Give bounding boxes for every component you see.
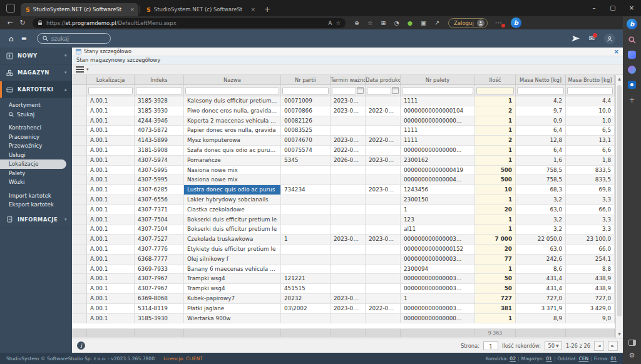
- cell-ilosc[interactable]: 727: [475, 294, 516, 304]
- filter-input-data_produkcji[interactable]: [367, 87, 391, 94]
- cell-nazwa[interactable]: Ciastka czekoladowe: [184, 205, 281, 215]
- column-header-termin_waznosci[interactable]: Termin ważności: [331, 75, 366, 85]
- cell-data_produkcji[interactable]: [366, 116, 401, 126]
- drop-icon[interactable]: [628, 51, 636, 59]
- sidebar-item-lokalizacje[interactable]: Lokalizacje: [0, 159, 66, 169]
- cell-lokalizacja[interactable]: A.00.1: [87, 284, 135, 294]
- cell-nr_partii[interactable]: 00075574: [281, 146, 331, 156]
- cell-ilosc[interactable]: 1: [475, 96, 516, 106]
- cell-masa_brutto[interactable]: 4,4: [566, 96, 615, 106]
- status-value[interactable]: 02: [510, 356, 516, 361]
- login-button[interactable]: Zaloguj: [448, 18, 488, 28]
- next-page-button[interactable]: ►: [608, 341, 618, 351]
- cell-indeks[interactable]: 3185-3930: [135, 314, 184, 324]
- cell-nr_partii[interactable]: 20232: [281, 294, 331, 304]
- home-icon[interactable]: ⌂: [9, 34, 14, 43]
- sidebar-item-przewoźnicy[interactable]: Przewoźnicy: [0, 141, 72, 151]
- info-icon[interactable]: i: [77, 341, 85, 350]
- cell-data_produkcji[interactable]: 2022-09-06: [366, 304, 401, 314]
- cell-ilosc[interactable]: 7 000: [475, 235, 516, 245]
- sidebar-item-import-kartotek[interactable]: Import kartotek: [0, 191, 72, 201]
- office-icon[interactable]: [628, 81, 636, 89]
- table-row[interactable]: A.00.13185-3928Kalesony duis efficitur p…: [72, 96, 615, 106]
- cell-nr_palety[interactable]: 1111: [401, 126, 475, 136]
- cell-ilosc[interactable]: 20: [475, 245, 516, 255]
- minimize-button[interactable]: –: [585, 0, 603, 16]
- cell-termin_waznosci[interactable]: 2023-07-30: [331, 294, 366, 304]
- table-row[interactable]: A.00.14143-5899Mysz komputerowa000746702…: [72, 136, 615, 146]
- cell-nr_palety[interactable]: 2300150: [401, 195, 475, 205]
- cell-nr_partii[interactable]: 00082126: [281, 116, 331, 126]
- cell-ilosc[interactable]: 500: [475, 166, 516, 176]
- cell-nr_palety[interactable]: 1111: [401, 96, 475, 106]
- cell-nr_partii[interactable]: 734234: [281, 185, 331, 195]
- mail-icon[interactable]: ✉: [589, 34, 595, 43]
- cell-masa_netto[interactable]: 68,3: [516, 185, 566, 195]
- cell-masa_brutto[interactable]: 10,0: [566, 106, 615, 116]
- sidebar-item-wózki[interactable]: Wózki: [0, 178, 72, 187]
- cell-data_produkcji[interactable]: [366, 126, 401, 136]
- cell-nazwa[interactable]: Etykiety duis efficitur pretium le: [184, 245, 281, 255]
- cell-nazwa[interactable]: Papier donec eros nulla, gravida: [184, 126, 281, 136]
- tab-close-icon[interactable]: ×: [130, 6, 135, 13]
- cell-lokalizacja[interactable]: A.00.1: [87, 166, 135, 176]
- column-header-indeks[interactable]: Indeks: [135, 75, 184, 85]
- cell-nazwa[interactable]: Wiertarka 900w: [184, 314, 281, 324]
- cell-masa_brutto[interactable]: 3,3: [566, 225, 615, 235]
- cell-nr_palety[interactable]: 000000000000000...: [401, 116, 475, 126]
- cell-ilosc[interactable]: 50: [475, 274, 516, 284]
- cell-masa_brutto[interactable]: 438,9: [566, 284, 615, 294]
- cell-nazwa[interactable]: Olej silnikowy f: [184, 255, 281, 265]
- table-row[interactable]: A.00.14307-5974Pomarańcze53452026-04-052…: [72, 156, 615, 166]
- cell-masa_netto[interactable]: 4,2: [516, 96, 566, 106]
- settings-icon[interactable]: ⚙: [629, 351, 635, 360]
- favorites-icon[interactable]: ☆: [367, 19, 373, 26]
- cell-nr_partii[interactable]: 03\2002: [281, 304, 331, 314]
- cell-masa_netto[interactable]: 242,6: [516, 255, 566, 265]
- cell-termin_waznosci[interactable]: [331, 195, 366, 205]
- cell-nr_palety[interactable]: 00000000000000104: [401, 106, 475, 116]
- cell-ilosc[interactable]: 20: [475, 205, 516, 215]
- cell-data_produkcji[interactable]: [366, 314, 401, 324]
- cell-nr_palety[interactable]: 000000000000003...: [401, 235, 475, 245]
- cell-nazwa[interactable]: Banany 6 maecenas vehicula ante ne: [184, 265, 281, 275]
- cell-masa_netto[interactable]: 9,7: [516, 106, 566, 116]
- cell-ilosc[interactable]: 1: [475, 225, 516, 235]
- favorites-star-icon[interactable]: ☆: [336, 20, 341, 26]
- cell-data_produkcji[interactable]: [366, 284, 401, 294]
- cell-nazwa[interactable]: Piwo donec eros nulla, gravida eget lect…: [184, 106, 281, 116]
- cell-ilosc[interactable]: 500: [475, 175, 516, 185]
- cell-indeks[interactable]: 4307-7776: [135, 245, 184, 255]
- cell-nr_partii[interactable]: [281, 215, 331, 225]
- grid-menu-icon[interactable]: [76, 66, 84, 73]
- cell-indeks[interactable]: 3185-3930: [135, 106, 184, 116]
- new-tab-button[interactable]: +: [264, 5, 270, 14]
- sidebar-item-eksport-kartotek[interactable]: Eksport kartotek: [0, 200, 72, 210]
- cell-data_produkcji[interactable]: 2022-07-07: [366, 106, 401, 116]
- cell-masa_brutto[interactable]: 438,9: [566, 274, 615, 284]
- panel-close-icon[interactable]: ×: [614, 48, 619, 55]
- cell-masa_brutto[interactable]: 3,3: [566, 215, 615, 225]
- cell-masa_brutto[interactable]: 3 429,0: [566, 304, 615, 314]
- table-row[interactable]: A.00.14307-6556Lakier hybrydowy sobciana…: [72, 195, 615, 205]
- cell-data_produkcji[interactable]: [366, 205, 401, 215]
- cell-nazwa[interactable]: Kubek-papirowy7: [184, 294, 281, 304]
- cell-ilosc[interactable]: 77: [475, 255, 516, 265]
- table-row[interactable]: A.00.14073-5872Papier donec eros nulla, …: [72, 126, 615, 136]
- cell-lokalizacja[interactable]: A.00.1: [87, 136, 135, 146]
- cell-nr_palety[interactable]: 000000000000003...: [401, 255, 475, 265]
- cell-nr_partii[interactable]: [281, 225, 331, 235]
- sidebar-item-pracownicy[interactable]: Pracownicy: [0, 133, 72, 142]
- cell-nr_palety[interactable]: 1: [401, 205, 475, 215]
- cell-nr_palety[interactable]: 000000000000000...: [401, 146, 475, 156]
- cell-indeks[interactable]: 4143-5899: [135, 136, 184, 146]
- cell-nr_partii[interactable]: [281, 255, 331, 265]
- cell-data_produkcji[interactable]: [366, 175, 401, 185]
- scroll-up-icon[interactable]: ▲: [616, 75, 623, 83]
- cell-lokalizacja[interactable]: A.00.1: [87, 294, 135, 304]
- cell-termin_waznosci[interactable]: 2023-05-27: [331, 96, 366, 106]
- cell-data_produkcji[interactable]: [366, 294, 401, 304]
- cell-nr_partii[interactable]: [281, 195, 331, 205]
- cell-nazwa[interactable]: Szafa donec quis odio ac purus vestibulu…: [184, 146, 281, 156]
- filter-input-nazwa[interactable]: [185, 87, 279, 94]
